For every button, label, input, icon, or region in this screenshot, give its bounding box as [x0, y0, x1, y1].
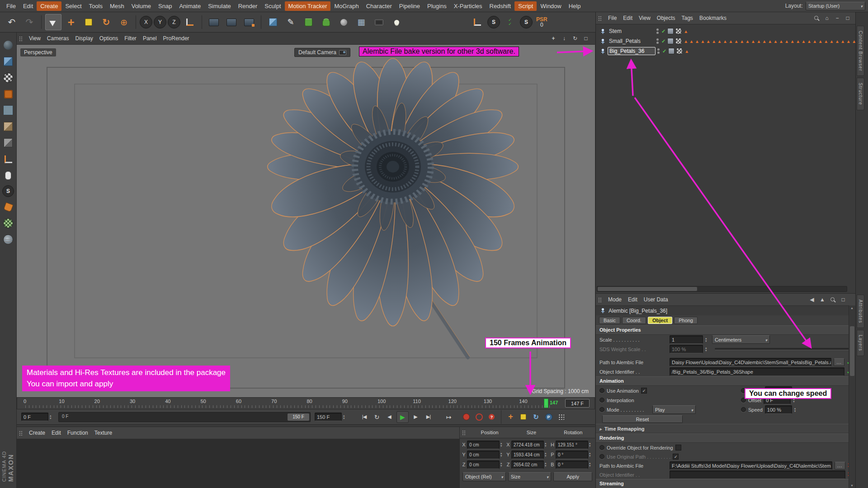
record-parameter-toggle[interactable]: [543, 412, 554, 422]
rotation-field[interactable]: 129.151 °: [556, 441, 588, 449]
object-manager-menu-item[interactable]: File: [605, 14, 620, 22]
stepper[interactable]: [545, 452, 549, 457]
menu-item[interactable]: X-Particles: [450, 1, 486, 11]
animation-tag-icons[interactable]: ▲: [684, 49, 855, 54]
texture-tag-icon[interactable]: [675, 28, 682, 34]
keyframe-help-button[interactable]: [486, 412, 497, 422]
undo-button[interactable]: [4, 14, 20, 30]
visibility-toggles[interactable]: [656, 38, 659, 44]
menu-item[interactable]: Snap: [155, 1, 175, 11]
horizontal-scrollbar[interactable]: [597, 286, 847, 292]
timeline-playhead[interactable]: [544, 399, 548, 408]
make-editable-icon[interactable]: [2, 39, 14, 52]
redo-button[interactable]: [21, 14, 38, 30]
animation-dot[interactable]: [599, 398, 604, 403]
size-field[interactable]: 2724.418 cm: [511, 441, 544, 449]
rotate-tool[interactable]: [98, 14, 114, 30]
render-to-picture-viewer-button[interactable]: [223, 14, 240, 30]
attribute-tab[interactable]: Phong: [674, 317, 698, 324]
menu-item[interactable]: Plugins: [424, 1, 450, 11]
generators-button[interactable]: [318, 14, 334, 30]
edges-mode-icon[interactable]: [2, 120, 14, 133]
material-menu-item[interactable]: Edit: [48, 429, 64, 437]
object-name[interactable]: Small_Petals: [608, 38, 655, 45]
animation-dot[interactable]: [599, 407, 604, 412]
menu-item[interactable]: Select: [61, 1, 85, 11]
collapse-icon[interactable]: [834, 15, 840, 21]
panel-drag-handle[interactable]: [598, 297, 602, 302]
size-mode-dropdown[interactable]: Size: [508, 472, 552, 481]
orbit-view-icon[interactable]: [571, 35, 579, 42]
lock-panel-icon[interactable]: [840, 296, 846, 303]
live-selection-tool[interactable]: [45, 14, 61, 30]
stepper[interactable]: [705, 337, 710, 343]
stepper[interactable]: [589, 462, 594, 467]
go-to-start-button[interactable]: [359, 412, 370, 422]
menu-item[interactable]: Render: [235, 1, 261, 11]
polygons-mode-icon[interactable]: [2, 136, 14, 149]
object-name[interactable]: Stem: [608, 28, 655, 35]
view-label[interactable]: Perspective: [20, 48, 56, 56]
enable-check-icon[interactable]: [661, 28, 665, 34]
current-frame-box[interactable]: 147 F: [565, 399, 590, 408]
viewport-menu-item[interactable]: ProRender: [160, 34, 193, 42]
alembic-path-field[interactable]: Daisy Flower\Upload\Daisy_C4D\alembic\St…: [670, 358, 831, 366]
position-field[interactable]: 0 cm: [467, 441, 500, 449]
use-animation-checkbox[interactable]: [641, 388, 647, 394]
subdivision-surface-button[interactable]: [300, 14, 316, 30]
simulate-badge[interactable]: S: [487, 16, 500, 28]
texture-tag-icon[interactable]: [675, 38, 682, 44]
visibility-toggles[interactable]: [656, 28, 659, 34]
camera-button[interactable]: [371, 14, 387, 30]
scale-field[interactable]: 1: [670, 335, 703, 344]
spline-pen-button[interactable]: [283, 14, 299, 30]
display-tag-icon[interactable]: [667, 38, 674, 44]
timeline-ruler[interactable]: 0102030405060708090100110120130140 147 1…: [17, 397, 595, 409]
texture-mode-icon[interactable]: [2, 71, 14, 84]
attribute-tab[interactable]: Object: [648, 317, 672, 324]
position-field[interactable]: 0 cm: [467, 460, 500, 469]
menu-item[interactable]: Help: [565, 1, 585, 11]
menu-item[interactable]: Simulate: [204, 1, 235, 11]
viewport-solo-icon[interactable]: [2, 169, 14, 182]
loop-playback-button[interactable]: [371, 412, 382, 422]
panel-drag-handle[interactable]: [462, 430, 466, 435]
size-field[interactable]: 1593.434 cm: [511, 450, 544, 459]
axis-lock-button[interactable]: Z: [168, 16, 180, 28]
pan-view-icon[interactable]: [550, 35, 557, 42]
stepper[interactable]: [705, 347, 710, 352]
workplane-mode-icon[interactable]: [2, 88, 14, 100]
axis-lock-button[interactable]: X: [140, 16, 152, 28]
stepper[interactable]: [500, 442, 505, 447]
panel-drag-handle[interactable]: [598, 16, 602, 21]
viewport-menu-item[interactable]: Cameras: [44, 34, 72, 42]
stepper[interactable]: [545, 442, 549, 447]
light-button[interactable]: [388, 14, 405, 30]
dolly-view-icon[interactable]: [561, 35, 568, 42]
menu-item[interactable]: Redshift: [486, 1, 515, 11]
speed-field[interactable]: 100 %: [765, 405, 792, 414]
display-tag-icon[interactable]: [667, 28, 674, 34]
use-original-path-checkbox[interactable]: [673, 454, 679, 460]
scrollbar-thumb[interactable]: [850, 326, 854, 376]
sds-slider[interactable]: [715, 348, 852, 350]
last-used-tool-button[interactable]: [116, 14, 132, 30]
scale-tool[interactable]: [80, 14, 97, 30]
record-rotation-toggle[interactable]: [530, 412, 542, 422]
render-path-field[interactable]: F:\Addiii Stuffs\3d Model\Daisy Flower\U…: [670, 461, 832, 470]
material-list-area[interactable]: [17, 439, 459, 488]
material-menu-item[interactable]: Texture: [91, 429, 115, 437]
scale-unit-dropdown[interactable]: Centimeters: [712, 335, 770, 344]
stepper[interactable]: [500, 462, 505, 467]
menu-item[interactable]: MoGraph: [330, 1, 362, 11]
stepper[interactable]: [545, 462, 549, 467]
scene-badge[interactable]: S: [520, 16, 533, 28]
menu-item[interactable]: Tools: [85, 1, 106, 11]
scrollbar-thumb[interactable]: [598, 287, 697, 291]
object-name[interactable]: Big_Petals_36: [608, 47, 656, 55]
animation-tag-icons[interactable]: ▲▲▲▲▲▲▲▲▲▲▲▲▲▲▲▲▲▲▲▲▲▲▲▲▲▲▲▲▲▲▲▲▲▲: [684, 39, 855, 44]
object-manager-menu-item[interactable]: View: [636, 14, 654, 22]
render-view-button[interactable]: [206, 14, 222, 30]
previous-frame-button[interactable]: [384, 412, 395, 422]
mode-dropdown[interactable]: Play: [652, 405, 696, 414]
